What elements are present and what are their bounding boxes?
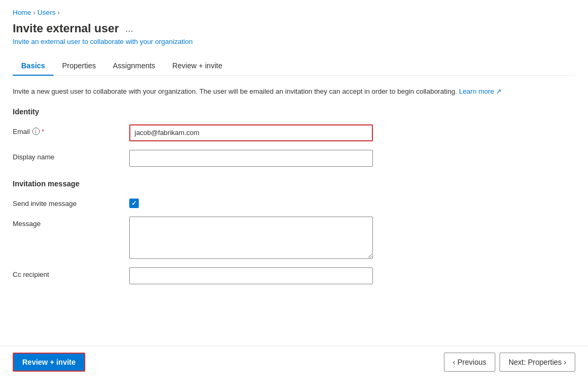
tab-basics[interactable]: Basics (13, 56, 54, 75)
send-invite-checkbox-container: ✓ (129, 196, 139, 208)
breadcrumb-home[interactable]: Home (13, 8, 31, 16)
tab-bar: Basics Properties Assignments Review + i… (13, 56, 575, 76)
message-row: Message (13, 217, 575, 259)
footer-bar: Review + invite ‹ Previous Next: Propert… (0, 346, 588, 378)
send-invite-row: Send invite message ✓ (13, 196, 575, 208)
tab-assignments[interactable]: Assignments (104, 56, 164, 75)
ellipsis-button[interactable]: ... (123, 22, 136, 35)
breadcrumb-sep-2: › (58, 9, 60, 16)
message-textarea[interactable] (129, 217, 373, 259)
cc-label: Cc recipient (13, 267, 129, 278)
intro-text: Invite a new guest user to collaborate w… (13, 86, 575, 97)
cc-input[interactable] (129, 267, 373, 284)
send-invite-label: Send invite message (13, 196, 129, 208)
breadcrumb-users[interactable]: Users (38, 8, 56, 16)
tab-review-invite[interactable]: Review + invite (164, 56, 231, 75)
tab-properties[interactable]: Properties (54, 56, 104, 75)
breadcrumb-sep-1: › (33, 9, 35, 16)
chevron-left-icon: ‹ (453, 358, 456, 366)
email-row: Email i * jacob@fabrikam.com (13, 124, 575, 141)
review-invite-button[interactable]: Review + invite (13, 353, 85, 372)
checkmark-icon: ✓ (131, 200, 137, 207)
next-properties-button[interactable]: Next: Properties › (500, 353, 575, 372)
display-name-input[interactable] (129, 150, 373, 167)
chevron-right-icon: › (564, 358, 566, 366)
invitation-section-title: Invitation message (13, 179, 575, 188)
page-subtitle: Invite an external user to collaborate w… (13, 38, 575, 46)
email-label: Email i * (13, 124, 129, 136)
page-title: Invite external user (13, 22, 119, 35)
breadcrumb: Home › Users › (13, 8, 575, 16)
previous-button[interactable]: ‹ Previous (444, 353, 495, 372)
message-label: Message (13, 217, 129, 228)
send-invite-checkbox[interactable]: ✓ (129, 199, 139, 208)
email-info-icon[interactable]: i (32, 128, 40, 135)
display-name-label: Display name (13, 150, 129, 161)
cc-recipient-row: Cc recipient (13, 267, 575, 284)
learn-more-link[interactable]: Learn more ↗ (459, 87, 502, 95)
identity-section-title: Identity (13, 107, 575, 116)
display-name-row: Display name (13, 150, 575, 167)
email-input[interactable]: jacob@fabrikam.com (129, 124, 373, 141)
email-required: * (42, 128, 44, 136)
